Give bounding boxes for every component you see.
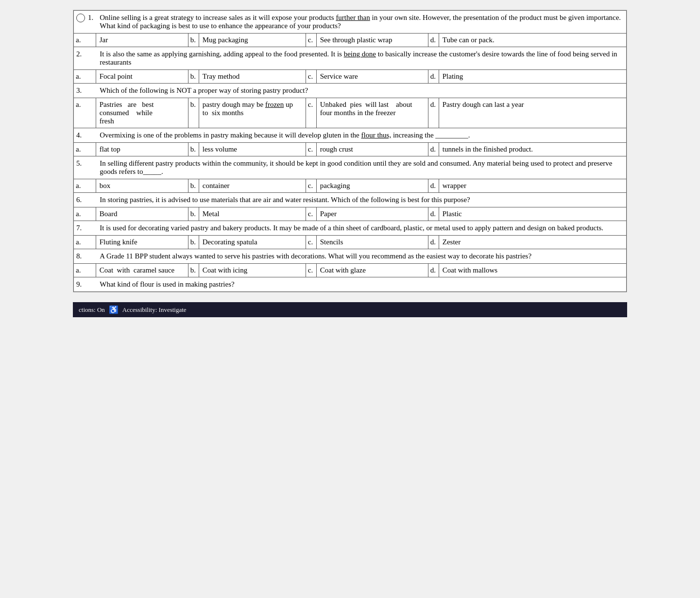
accessibility-label: Accessibility: Investigate	[122, 306, 187, 314]
question-6-row: 6. In storing pastries, it is advised to…	[74, 193, 627, 207]
accessibility-icon: ♿	[109, 305, 119, 314]
question-2-answers: a. Focal point b. Tray method c. Service…	[74, 70, 627, 84]
question-1-row: 1. Online selling is a great strategy to…	[74, 11, 627, 34]
question-3-answers: a. Pastries are bestconsumed whilefresh …	[74, 98, 627, 128]
question-4-answers: a. flat top b. less volume c. rough crus…	[74, 143, 627, 156]
question-number: 1.	[88, 14, 93, 22]
question-5-row: 5. In selling different pastry products …	[74, 156, 627, 179]
question-6-answers: a. Board b. Metal c. Paper d. Plastic	[74, 207, 627, 221]
question-9-row: 9. What kind of flour is used in making …	[74, 277, 627, 292]
question-7-row: 7. It is used for decorating varied past…	[74, 221, 627, 236]
bottom-bar: ctions: On ♿ Accessibility: Investigate	[73, 302, 627, 317]
question-2-row: 2. It is also the same as applying garni…	[74, 47, 627, 70]
question-7-answers: a. Fluting knife b. Decorating spatula c…	[74, 236, 627, 249]
circle-marker	[76, 14, 85, 22]
question-8-row: 8. A Grade 11 BPP student always wanted …	[74, 249, 627, 264]
question-5-answers: a. box b. container c. packaging d. wrap…	[74, 179, 627, 193]
question-4-row: 4. Overmixing is one of the problems in …	[74, 128, 627, 143]
question-1-answers: a. Jar b. Mug packaging c. See through p…	[74, 34, 627, 47]
question-text: Online selling is a great strategy to in…	[100, 14, 621, 30]
bottom-left-text: ctions: On	[79, 306, 105, 314]
question-3-row: 3. Which of the following is NOT a prope…	[74, 84, 627, 98]
question-8-answers: a. Coat with caramel sauce b. Coat with …	[74, 264, 627, 277]
